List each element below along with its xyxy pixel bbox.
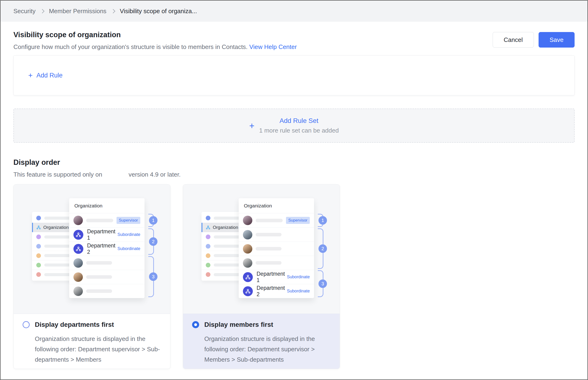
main-content: Visibility scope of organization Configu… (0, 31, 588, 369)
page-header: Visibility scope of organization Configu… (13, 31, 575, 51)
avatar (74, 272, 83, 282)
member-row (69, 284, 145, 298)
color-dot (206, 253, 210, 258)
option-card-members-first[interactable]: Organization Organization Supe (183, 184, 340, 369)
department-row: Department 1 Subordinate (69, 228, 145, 242)
subordinate-link: Subordinate (117, 232, 140, 237)
org-structure-icon (206, 225, 210, 230)
color-dot (206, 216, 210, 220)
subordinate-link: Subordinate (117, 246, 140, 251)
avatar (243, 230, 252, 239)
option-title: Display departments first (35, 321, 114, 328)
department-icon (243, 272, 253, 282)
placeholder-bar (256, 247, 281, 250)
page-subtitle: Configure how much of your organization'… (13, 43, 248, 50)
supervisor-badge: Supervisor (286, 217, 310, 224)
color-dot (206, 263, 210, 267)
color-dot (206, 234, 210, 239)
option-description: Organization structure is displayed in t… (35, 334, 165, 365)
members-first-illustration: Organization Organization Supe (183, 185, 340, 314)
placeholder-bar (256, 233, 281, 236)
add-rule-label: Add Rule (37, 72, 63, 79)
order-bracket-1: 1 (148, 214, 154, 227)
color-dot (206, 244, 210, 249)
member-row (239, 242, 314, 256)
member-row (239, 228, 314, 242)
color-dot (36, 244, 41, 249)
department-label: Department 2 (257, 285, 287, 298)
mini-panel-title: Organization (69, 198, 145, 213)
order-bracket-3: 3 (148, 256, 154, 297)
chevron-right-icon (111, 9, 115, 13)
departments-first-illustration: Organization Organization Supe (14, 185, 170, 314)
placeholder-bar (86, 275, 112, 279)
header-actions: Cancel Save (493, 32, 575, 48)
avatar (243, 258, 252, 268)
avatar (74, 258, 83, 268)
option-card-departments-first[interactable]: Organization Organization Supe (13, 184, 170, 369)
department-label: Department 2 (87, 243, 117, 255)
department-icon (243, 286, 253, 296)
supervisor-row: Supervisor (239, 213, 314, 228)
color-dot (36, 216, 41, 220)
placeholder-bar (86, 289, 112, 293)
chevron-right-icon (40, 9, 44, 13)
color-dot (36, 253, 41, 258)
display-order-options: Organization Organization Supe (13, 184, 575, 369)
department-label: Department 1 (87, 228, 117, 241)
page-header-text: Visibility scope of organization Configu… (13, 31, 297, 51)
subordinate-link: Subordinate (287, 275, 310, 280)
display-order-title: Display order (13, 158, 575, 167)
department-label: Department 1 (257, 271, 287, 284)
subordinate-link: Subordinate (287, 289, 310, 294)
avatar (74, 286, 83, 296)
order-bracket-1: 1 (318, 214, 323, 227)
department-row: Department 1 Subordinate (239, 270, 314, 284)
supervisor-row: Supervisor (69, 213, 145, 228)
option-members-first[interactable]: Display members first Organization struc… (183, 314, 340, 369)
breadcrumb-item-current-page: Visibility scope of organiza... (120, 8, 197, 15)
color-dot (36, 234, 41, 239)
breadcrumb-item-member-permissions[interactable]: Member Permissions (49, 8, 106, 15)
department-row: Department 2 Subordinate (69, 242, 145, 256)
member-row (69, 256, 145, 270)
order-badge-3: 3 (149, 272, 157, 281)
placeholder-bar (86, 219, 113, 222)
placeholder-bar (256, 261, 281, 265)
avatar (243, 244, 252, 254)
department-icon (74, 230, 83, 240)
order-badge-2: 2 (149, 237, 157, 246)
org-structure-icon (36, 225, 41, 230)
option-description: Organization structure is displayed in t… (204, 334, 335, 365)
color-dot (36, 272, 41, 277)
radio-display-members-first[interactable] (192, 321, 199, 328)
order-bracket-2: 2 (148, 228, 154, 255)
redacted-app-name (102, 174, 129, 177)
order-badge-3: 3 (318, 280, 327, 288)
plus-icon: + (28, 72, 33, 79)
order-bracket-3: 3 (318, 270, 323, 297)
add-rule-set-button[interactable]: + Add Rule Set 1 more rule set can be ad… (13, 109, 575, 143)
cancel-button[interactable]: Cancel (493, 32, 534, 48)
add-rule-set-text: Add Rule Set 1 more rule set can be adde… (259, 117, 339, 134)
member-row (239, 256, 314, 270)
help-center-link[interactable]: View Help Center (249, 43, 297, 50)
order-badge-1: 1 (149, 216, 157, 225)
breadcrumb: Security Member Permissions Visibility s… (0, 0, 588, 22)
save-button[interactable]: Save (539, 32, 575, 48)
breadcrumb-item-security[interactable]: Security (13, 8, 36, 15)
add-rule-set-label: Add Rule Set (259, 117, 339, 125)
rule-list-panel: + Add Rule (13, 55, 575, 95)
member-row (69, 270, 145, 284)
avatar (74, 216, 83, 225)
plus-icon: + (249, 121, 255, 130)
supervisor-badge: Supervisor (116, 217, 140, 224)
display-order-note: This feature is supported only onversion… (13, 171, 575, 178)
order-bracket-2: 2 (318, 228, 323, 269)
mini-org-panel: Organization Supervisor Department 1 Sub… (69, 198, 145, 298)
radio-display-departments-first[interactable] (23, 321, 30, 328)
option-title: Display members first (204, 321, 273, 328)
add-rule-button[interactable]: + Add Rule (28, 72, 63, 79)
option-departments-first[interactable]: Display departments first Organization s… (14, 314, 170, 369)
placeholder-bar (86, 261, 112, 265)
